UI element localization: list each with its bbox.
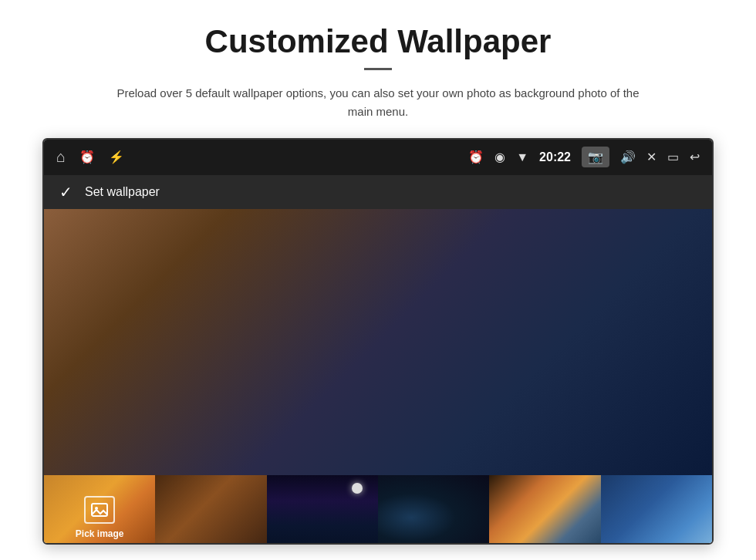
status-left: ⌂ ⏰ ⚡ (56, 148, 124, 166)
wallpaper-thumb-5[interactable] (489, 475, 600, 545)
svg-rect-0 (92, 504, 107, 516)
device-frame: ⌂ ⏰ ⚡ ⏰ ◉ ▼ 20:22 📷 🔊 ✕ ▭ ↩ ✓ Set wallpa… (42, 138, 714, 545)
check-icon[interactable]: ✓ (59, 183, 73, 201)
back-icon: ↩ (690, 150, 700, 164)
volume-icon: 🔊 (620, 150, 636, 164)
pick-image-thumb[interactable]: Pick image (44, 475, 155, 545)
clock-icon: ⏰ (79, 150, 95, 164)
page-subtitle: Preload over 5 default wallpaper options… (108, 84, 648, 121)
location-icon: ◉ (494, 150, 505, 164)
action-bar-title: Set wallpaper (85, 185, 160, 199)
camera-icon-highlight: 📷 (582, 147, 609, 167)
status-right: ⏰ ◉ ▼ 20:22 📷 🔊 ✕ ▭ ↩ (468, 147, 700, 167)
image-pick-icon (90, 501, 109, 519)
pick-image-icon-box (84, 496, 115, 524)
close-icon: ✕ (646, 150, 656, 164)
wifi-icon: ▼ (516, 150, 528, 164)
camera-icon: 📷 (588, 150, 603, 164)
home-icon: ⌂ (56, 148, 66, 166)
wallpaper-thumb-3[interactable] (267, 475, 378, 545)
status-time: 20:22 (539, 150, 571, 164)
alarm-icon: ⏰ (468, 150, 484, 164)
thumbnails-row: Pick image (44, 475, 712, 545)
wallpaper-thumb-6[interactable] (601, 475, 712, 545)
title-divider (364, 68, 392, 70)
pick-image-label: Pick image (76, 528, 124, 539)
window-icon: ▭ (667, 150, 679, 164)
page-title: Customized Wallpaper (205, 23, 552, 60)
wallpaper-thumb-4[interactable] (378, 475, 489, 545)
usb-icon: ⚡ (109, 150, 124, 164)
status-bar: ⌂ ⏰ ⚡ ⏰ ◉ ▼ 20:22 📷 🔊 ✕ ▭ ↩ (44, 140, 712, 175)
wallpaper-thumb-2[interactable] (155, 475, 266, 545)
wallpaper-preview (44, 209, 712, 475)
action-bar: ✓ Set wallpaper (44, 175, 712, 209)
